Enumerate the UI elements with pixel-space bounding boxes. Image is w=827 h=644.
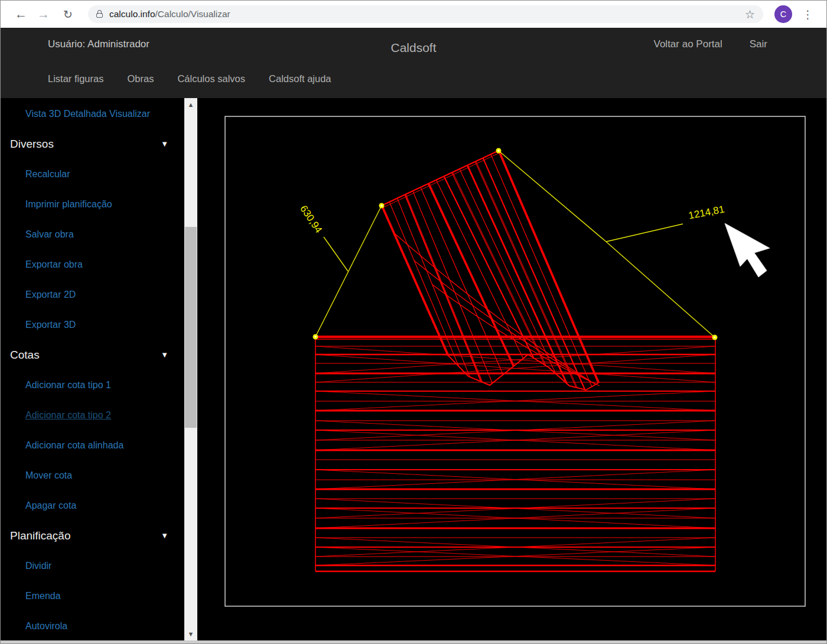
url-text: calculo.info/Calculo/Visualizar [109, 9, 230, 19]
sidebar-item-dividir[interactable]: Dividir [1, 551, 184, 581]
drawing-canvas[interactable]: 630,941214,81 [198, 98, 827, 642]
sidebar-item-adicionar-cota-tipo-1[interactable]: Adicionar cota tipo 1 [1, 370, 184, 400]
reload-icon[interactable]: ↻ [63, 8, 73, 21]
dimension-label: 630,94 [298, 203, 324, 235]
logout-link[interactable]: Sair [750, 38, 767, 50]
url-bar[interactable]: calculo.info/Calculo/Visualizar ☆ [88, 5, 763, 23]
sidebar-item-emenda[interactable]: Emenda [1, 581, 184, 611]
lock-icon [96, 13, 103, 18]
browser-toolbar: ← → ↻ calculo.info/Calculo/Visualizar ☆ … [1, 1, 826, 28]
flat-pattern [315, 337, 715, 571]
sidebar-link[interactable]: Imprimir planificação [25, 199, 112, 210]
scroll-down-icon[interactable]: ▼ [184, 629, 197, 639]
forward-icon[interactable]: → [37, 7, 50, 21]
section-title: Planificação [10, 529, 70, 542]
mouse-cursor-icon [725, 223, 770, 277]
sidebar-item-autovirola[interactable]: Autovirola [1, 611, 184, 641]
nav-calculos-salvos[interactable]: Cálculos salvos [177, 73, 245, 84]
dimension-points [313, 148, 718, 340]
browser-menu-icon[interactable]: ⋮ [802, 8, 813, 21]
sidebar-link[interactable]: Adicionar cota tipo 1 [25, 380, 111, 391]
sidebar-scrollbar[interactable]: ▲ ▼ [184, 98, 197, 640]
sidebar-item-apagar-cota[interactable]: Apagar cota [1, 490, 184, 521]
chevron-down-icon[interactable]: ▼ [161, 139, 168, 148]
sidebar-link[interactable]: Autovirola [25, 621, 67, 632]
sidebar-link[interactable]: Adicionar cota tipo 2 [25, 410, 111, 421]
sidebar-link[interactable]: Apagar cota [25, 500, 76, 511]
section-diversos[interactable]: Diversos▼ [1, 129, 184, 159]
sidebar-link[interactable]: Adicionar cota alinhada [25, 440, 123, 451]
sidebar-item-mover-cota[interactable]: Mover cota [1, 460, 184, 490]
content-area: Vista 3D Detalhada VisualizarDiversos▼Re… [1, 98, 826, 640]
window-bottom-edge [1, 640, 826, 643]
top-nav: Listar figurasObrasCálculos salvosCaldso… [48, 73, 331, 84]
nav-obras[interactable]: Obras [127, 73, 154, 84]
user-label: Usuário: Administrador [48, 38, 149, 50]
section-title: Cotas [10, 349, 40, 362]
sidebar-item-exportar-3d[interactable]: Exportar 3D [1, 310, 184, 340]
sidebar-link[interactable]: Exportar 3D [25, 320, 76, 330]
browser-window: ← → ↻ calculo.info/Calculo/Visualizar ☆ … [0, 0, 827, 644]
sidebar-link[interactable]: Salvar obra [25, 229, 74, 240]
scroll-up-icon[interactable]: ▲ [184, 99, 197, 110]
sidebar-item-imprimir-planificacao[interactable]: Imprimir planificação [1, 189, 184, 219]
portal-link[interactable]: Voltar ao Portal [654, 38, 722, 50]
url-host: calculo.info [109, 9, 155, 19]
sidebar-link[interactable]: Vista 3D Detalhada Visualizar [25, 109, 150, 119]
scrollbar-thumb[interactable] [185, 227, 197, 428]
page-title: Caldsoft [390, 41, 436, 55]
sidebar-link[interactable]: Dividir [25, 561, 51, 571]
sidebar-link[interactable]: Recalcular [25, 169, 70, 180]
avatar[interactable]: C [774, 5, 792, 23]
sidebar-item-adicionar-cota-tipo-2[interactable]: Adicionar cota tipo 2 [1, 400, 184, 430]
sidebar-item-salvar-obra[interactable]: Salvar obra [1, 219, 184, 249]
dimension-630-94: 630,94 [298, 203, 382, 337]
dimension-label: 1214,81 [688, 203, 725, 221]
bookmark-star-icon[interactable]: ☆ [745, 8, 755, 21]
section-title: Diversos [10, 138, 54, 151]
nav-caldsoft-ajuda[interactable]: Caldsoft ajuda [269, 73, 331, 84]
url-path: /Calculo/Visualizar [155, 9, 230, 19]
back-icon[interactable]: ← [15, 7, 27, 21]
section-cotas[interactable]: Cotas▼ [1, 340, 184, 370]
header-links: Voltar ao Portal Sair [654, 38, 767, 50]
section-planificacao[interactable]: Planificação▼ [1, 521, 184, 551]
app-header: Usuário: Administrador Caldsoft Voltar a… [1, 28, 826, 98]
nav-listar-figuras[interactable]: Listar figuras [48, 73, 103, 84]
chevron-down-icon[interactable]: ▼ [161, 531, 168, 540]
sidebar-menu: Vista 3D Detalhada VisualizarDiversos▼Re… [1, 99, 184, 641]
sidebar-link[interactable]: Exportar obra [25, 259, 83, 270]
sidebar-item-recalcular[interactable]: Recalcular [1, 159, 184, 189]
sidebar-link[interactable]: Exportar 2D [25, 290, 76, 300]
sidebar-item-adicionar-cota-alinhada[interactable]: Adicionar cota alinhada [1, 430, 184, 460]
chevron-down-icon[interactable]: ▼ [161, 350, 168, 359]
sidebar-item-exportar-obra[interactable]: Exportar obra [1, 249, 184, 279]
sidebar-link[interactable]: Mover cota [25, 470, 72, 481]
sidebar-item-vista-3d-detalhada-visualizar[interactable]: Vista 3D Detalhada Visualizar [1, 99, 184, 129]
sidebar-item-exportar-2d[interactable]: Exportar 2D [1, 279, 184, 310]
sidebar-link[interactable]: Emenda [25, 591, 61, 601]
